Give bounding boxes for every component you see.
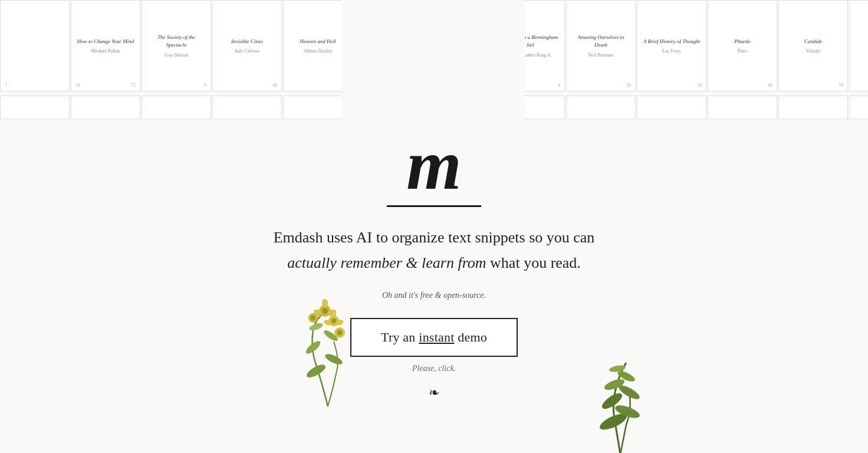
demo-button[interactable]: Try an instant demo [350, 318, 518, 357]
svg-point-10 [311, 316, 315, 320]
demo-area: Try an instant demo Please, click. [316, 318, 552, 373]
demo-button-suffix: demo [455, 330, 487, 344]
tagline-line2: actually remember & learn from what you … [287, 251, 581, 274]
svg-point-12 [337, 330, 343, 336]
demo-button-underline: instant [419, 330, 454, 344]
free-text: Oh and it's free & open-source. [382, 291, 486, 300]
demo-button-prefix: Try an [381, 330, 419, 344]
logo-divider [387, 205, 481, 207]
logo: m [406, 130, 461, 201]
svg-point-22 [331, 311, 336, 318]
svg-point-1 [324, 352, 344, 366]
bottom-decoration-icon: ❧ [429, 385, 439, 401]
main-content: m Emdash uses AI to organize text snippe… [0, 0, 868, 401]
svg-point-16 [322, 299, 328, 307]
tagline-normal-part: what you read. [486, 254, 581, 271]
svg-point-6 [322, 308, 328, 314]
tagline-italic-part: actually remember & learn from [287, 254, 486, 271]
svg-point-8 [331, 319, 336, 323]
please-click-text: Please, click. [412, 364, 456, 373]
tagline-line1: Emdash uses AI to organize text snippets… [274, 226, 595, 249]
